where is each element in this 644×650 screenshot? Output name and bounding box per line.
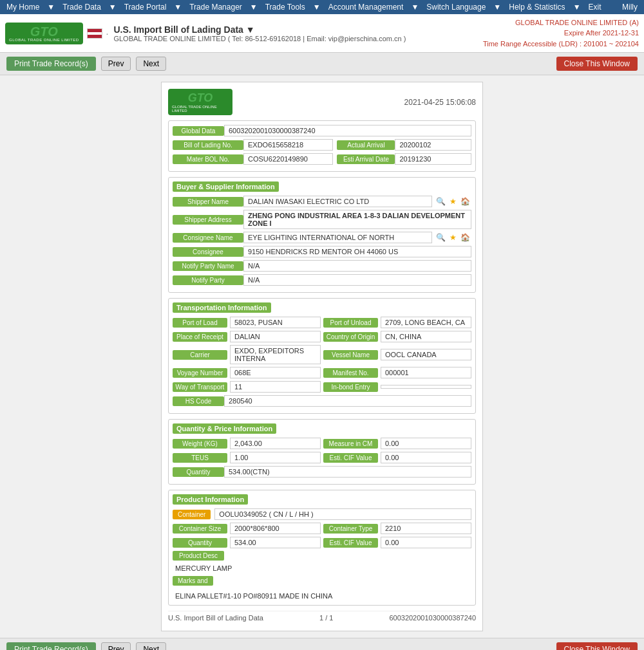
bol-value: EXDO615658218 bbox=[243, 139, 333, 151]
print-record-button[interactable]: Print Trade Record(s) bbox=[6, 57, 96, 71]
flag-separator: · bbox=[106, 28, 109, 39]
consignee-home-icon[interactable]: 🏠 bbox=[460, 233, 470, 242]
nav-trade-data[interactable]: Trade Data bbox=[59, 3, 105, 12]
country-origin-label: Country of Origin bbox=[323, 332, 378, 342]
product-info-title: Product Information bbox=[173, 494, 248, 505]
expire-date: Expire After 2021-12-31 bbox=[483, 28, 639, 39]
record-logo-box: GTO GLOBAL TRADE ONLINE LIMITED bbox=[168, 89, 232, 115]
weight-label: Weight (KG) bbox=[173, 439, 227, 449]
header-bar: GTO GLOBAL TRADE ONLINE LIMITED · U.S. I… bbox=[0, 14, 644, 53]
mater-bol-label: Mater BOL No. bbox=[173, 154, 243, 164]
marks-badge: Marks and bbox=[173, 576, 213, 586]
bottom-prev-button[interactable]: Prev bbox=[101, 642, 131, 650]
shipper-search-icon[interactable]: 🔍 bbox=[436, 197, 446, 206]
weight-row: Weight (KG) 2,043.00 Measure in CM 0.00 bbox=[173, 438, 471, 449]
product-desc-value: MERCURY LAMP bbox=[173, 563, 471, 573]
bottom-close-button[interactable]: Close This Window bbox=[556, 642, 638, 650]
inbond-label: In-bond Entry bbox=[323, 382, 378, 392]
product-quantity-label: Quantity bbox=[173, 538, 227, 548]
page-title: U.S. Import Bill of Lading Data ▼ bbox=[113, 24, 483, 35]
product-esti-cif-label: Esti. CIF Value bbox=[323, 538, 378, 548]
container-type-label: Container Type bbox=[323, 524, 378, 534]
place-receipt-label: Place of Receipt bbox=[173, 332, 227, 342]
nav-switch-lang[interactable]: Switch Language bbox=[422, 3, 489, 12]
marks-row: Marks and bbox=[173, 576, 471, 588]
record-id: 6003202001030000387240 bbox=[389, 614, 476, 622]
weight-value: 2,043.00 bbox=[230, 438, 321, 449]
container-row: Container OOLU0349052 ( CN / L / HH ) bbox=[173, 508, 471, 520]
carrier-row: Carrier EXDO, EXPEDITORS INTERNA Vessel … bbox=[173, 345, 471, 364]
esti-arrival-value: 20191230 bbox=[395, 153, 471, 165]
notify-party-label: Notify Party bbox=[173, 275, 243, 285]
nav-trade-portal[interactable]: Trade Portal bbox=[120, 3, 171, 12]
next-button[interactable]: Next bbox=[136, 57, 166, 71]
nav-trade-manager[interactable]: Trade Manager bbox=[185, 3, 246, 12]
product-quantity-row: Quantity 534.00 Esti. CIF Value 0.00 bbox=[173, 537, 471, 548]
transportation-section: Transportation Information Port of Load … bbox=[168, 298, 476, 414]
shipper-name-label: Shipper Name bbox=[173, 197, 243, 207]
marks-value: ELINA PALLET#1-10 PO#80911 MADE IN CHINA bbox=[173, 591, 471, 601]
nav-help-stats[interactable]: Help & Statistics bbox=[505, 3, 569, 12]
notify-party-name-row: Notify Party Name N/A bbox=[173, 260, 471, 272]
header-right: GLOBAL TRADE ONLINE LIMITED (A) Expire A… bbox=[483, 17, 639, 50]
nav-account-mgmt[interactable]: Account Management bbox=[325, 3, 408, 12]
bol-label: Bill of Lading No. bbox=[173, 140, 243, 150]
consignee-value: 9150 HENDRICKS RD MENTOR OH 44060 US bbox=[243, 246, 471, 257]
prev-button[interactable]: Prev bbox=[101, 57, 131, 71]
record-logo-sub: GLOBAL TRADE ONLINE LIMITED bbox=[172, 105, 229, 113]
port-load-value: 58023, PUSAN bbox=[230, 317, 321, 328]
notify-party-row: Notify Party N/A bbox=[173, 274, 471, 286]
consignee-name-row: Consignee Name EYE LIGHTING INTERNATIONA… bbox=[173, 232, 471, 243]
shipper-home-icon[interactable]: 🏠 bbox=[460, 197, 470, 206]
bol-row: Bill of Lading No. EXDO615658218 Actual … bbox=[173, 139, 471, 151]
shipper-name-row: Shipper Name DALIAN IWASAKI ELECTRIC CO … bbox=[173, 196, 471, 207]
logo-area: GTO GLOBAL TRADE ONLINE LIMITED · bbox=[5, 23, 108, 44]
container-badge: Container bbox=[173, 510, 211, 519]
measure-label: Measure in CM bbox=[323, 439, 378, 449]
user-name: Milly bbox=[618, 3, 641, 12]
port-unload-value: 2709, LONG BEACH, CA bbox=[381, 317, 471, 328]
consignee-name-label: Consignee Name bbox=[173, 233, 243, 243]
teus-row: TEUS 1.00 Esti. CIF Value 0.00 bbox=[173, 452, 471, 463]
quantity-row: Quantity 534.00(CTN) bbox=[173, 466, 471, 478]
product-desc-row: Product Desc bbox=[173, 551, 471, 561]
logo-box: GTO GLOBAL TRADE ONLINE LIMITED bbox=[5, 23, 83, 44]
global-data-label: Global Data bbox=[173, 126, 224, 136]
nav-my-home[interactable]: My Home bbox=[3, 3, 43, 12]
product-quantity-value: 534.00 bbox=[230, 537, 321, 548]
way-transport-label: Way of Transport bbox=[173, 382, 227, 392]
hs-code-label: HS Code bbox=[173, 396, 224, 406]
voyage-row: Voyage Number 068E Manifest No. 000001 bbox=[173, 367, 471, 378]
product-esti-cif-value: 0.00 bbox=[381, 537, 471, 548]
teus-label: TEUS bbox=[173, 453, 227, 463]
consignee-name-value: EYE LIGHTING INTERNATIONAL OF NORTH bbox=[243, 232, 432, 243]
bottom-next-button[interactable]: Next bbox=[136, 642, 166, 650]
carrier-value: EXDO, EXPEDITORS INTERNA bbox=[230, 345, 321, 364]
carrier-label: Carrier bbox=[173, 350, 227, 360]
mater-bol-value: COSU6220149890 bbox=[243, 153, 333, 165]
record-footer: U.S. Import Bill of Lading Data 1 / 1 60… bbox=[168, 611, 476, 624]
quantity-value: 534.00(CTN) bbox=[224, 466, 471, 478]
consignee-label: Consignee bbox=[173, 247, 243, 257]
quantity-price-title: Quantity & Price Information bbox=[173, 423, 276, 434]
way-transport-row: Way of Transport 11 In-bond Entry bbox=[173, 381, 471, 393]
actual-arrival-value: 20200102 bbox=[395, 139, 471, 151]
transportation-title: Transportation Information bbox=[173, 302, 271, 313]
nav-trade-tools[interactable]: Trade Tools bbox=[261, 3, 309, 12]
vessel-name-value: OOCL CANADA bbox=[381, 349, 471, 360]
shipper-star-icon[interactable]: ★ bbox=[450, 197, 457, 206]
notify-party-value: N/A bbox=[243, 274, 471, 286]
way-transport-value: 11 bbox=[230, 381, 321, 393]
consignee-star-icon[interactable]: ★ bbox=[450, 233, 457, 242]
bottom-print-button[interactable]: Print Trade Record(s) bbox=[6, 642, 96, 650]
hs-code-row: HS Code 280540 bbox=[173, 395, 471, 407]
record-source: U.S. Import Bill of Lading Data bbox=[168, 614, 263, 622]
container-size-row: Container Size 2000*806*800 Container Ty… bbox=[173, 523, 471, 534]
logo-sub: GLOBAL TRADE ONLINE LIMITED bbox=[9, 38, 79, 42]
manifest-label: Manifest No. bbox=[323, 368, 378, 378]
nav-exit[interactable]: Exit bbox=[585, 3, 605, 12]
close-window-button[interactable]: Close This Window bbox=[556, 57, 638, 71]
global-data-section: Global Data 6003202001030000387240 Bill … bbox=[168, 120, 476, 172]
company-name: GLOBAL TRADE ONLINE LIMITED (A) bbox=[483, 17, 639, 28]
consignee-search-icon[interactable]: 🔍 bbox=[436, 233, 446, 242]
